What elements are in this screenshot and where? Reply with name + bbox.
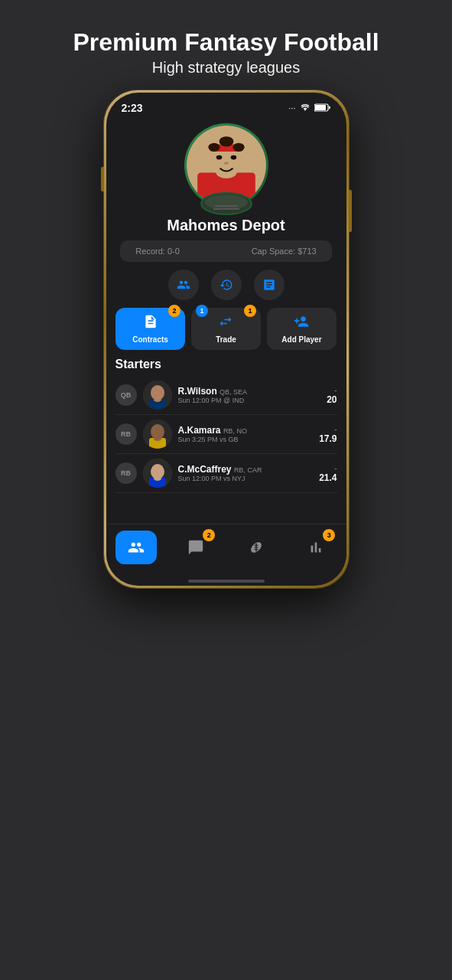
bottom-tab-stats[interactable]: 3 [295, 531, 337, 564]
player-row[interactable]: RB A.Kamara RB, NO [115, 415, 337, 454]
svg-point-24 [154, 436, 161, 441]
position-badge-qb: QB [115, 384, 137, 406]
hero-title: Premium Fantasy Football [73, 29, 379, 56]
add-player-button[interactable]: Add Player [267, 308, 337, 350]
trade-badge-left: 1 [196, 305, 208, 317]
contracts-button[interactable]: 2 Contracts [115, 308, 185, 350]
starters-title: Starters [115, 358, 337, 371]
contracts-label: Contracts [132, 335, 168, 344]
player-row[interactable]: QB R.Wilson Q [115, 376, 337, 415]
home-indicator [188, 580, 265, 583]
starters-section: Starters QB [106, 358, 346, 493]
screen-content: Mahomes Depot Record: 0-0 Cap Space: $71… [106, 117, 346, 524]
chat-badge: 2 [203, 529, 215, 541]
tab-icons [168, 270, 285, 300]
player-avatar-mccaffrey [143, 459, 172, 488]
history-tab[interactable] [211, 270, 242, 300]
player-avatar-wilson [143, 381, 172, 410]
bottom-tab-football[interactable] [236, 531, 277, 564]
player-pos-team: QB, SEA [219, 388, 247, 396]
hero-subtitle: High strategy leagues [73, 59, 379, 77]
player-pos-team: RB, CAR [234, 466, 262, 474]
player-name: C.McCaffrey [178, 464, 232, 475]
status-time: 2:23 [122, 102, 143, 114]
hero-section: Premium Fantasy Football High strategy l… [73, 0, 379, 77]
svg-point-11 [219, 136, 233, 146]
stats-badge: 3 [323, 529, 335, 541]
bottom-tab-team[interactable] [115, 531, 157, 564]
trade-icon [218, 314, 233, 333]
contracts-badge: 2 [168, 305, 180, 317]
bottom-tab-chat[interactable]: 2 [175, 531, 216, 564]
trade-badge-right: 1 [244, 305, 256, 317]
svg-point-8 [230, 155, 236, 160]
player-info-mccaffrey: C.McCaffrey RB, CAR Sun 12:00 PM vs NYJ [178, 464, 314, 482]
svg-point-10 [208, 143, 219, 152]
action-buttons: 2 Contracts 1 1 [115, 308, 337, 350]
player-name: A.Kamara [178, 425, 221, 436]
notch [177, 93, 276, 114]
svg-rect-1 [315, 105, 326, 110]
player-score-kamara: - 17.9 [319, 425, 337, 444]
contracts-icon [143, 314, 158, 333]
svg-point-20 [154, 397, 161, 402]
player-score-wilson: - 20 [327, 386, 337, 405]
phone-screen: 2:23 ··· [106, 93, 346, 586]
cap-stat: Cap Space: $713 [252, 247, 317, 256]
svg-point-14 [205, 194, 248, 210]
team-name: Mahomes Depot [167, 217, 285, 234]
player-game: Sun 3:25 PM vs GB [178, 436, 314, 443]
record-stat: Record: 0-0 [135, 247, 179, 256]
player-score-mccaffrey: - 21.4 [319, 464, 337, 483]
svg-point-29 [154, 476, 161, 481]
wifi-icon [300, 103, 311, 113]
player-row[interactable]: RB C.McCaffre [115, 454, 337, 493]
bottom-tab-bar: 2 3 [106, 524, 346, 575]
trade-button[interactable]: 1 1 Trade [191, 308, 261, 350]
team-avatar [184, 123, 268, 207]
position-badge-rb1: RB [115, 423, 137, 445]
add-player-icon [294, 314, 309, 333]
player-avatar-kamara [143, 420, 172, 449]
svg-point-9 [224, 162, 229, 165]
trade-label: Trade [216, 335, 236, 344]
phone-frame: 2:23 ··· [104, 90, 349, 588]
battery-icon [314, 103, 331, 113]
svg-point-12 [233, 143, 244, 152]
roster-tab[interactable] [168, 270, 199, 300]
status-icons: ··· [288, 103, 330, 113]
player-game: Sun 12:00 PM @ IND [178, 397, 321, 404]
signal-icon: ··· [288, 103, 295, 113]
svg-point-7 [216, 155, 222, 160]
notes-tab[interactable] [254, 270, 285, 300]
player-game: Sun 12:00 PM vs NYJ [178, 475, 314, 482]
player-name: R.Wilson [178, 386, 217, 397]
stats-bar: Record: 0-0 Cap Space: $713 [120, 240, 331, 262]
player-info-kamara: A.Kamara RB, NO Sun 3:25 PM vs GB [178, 425, 314, 443]
position-badge-rb2: RB [115, 462, 137, 484]
player-pos-team: RB, NO [223, 427, 247, 435]
add-player-label: Add Player [281, 335, 321, 344]
player-info-wilson: R.Wilson QB, SEA Sun 12:00 PM @ IND [178, 386, 321, 404]
